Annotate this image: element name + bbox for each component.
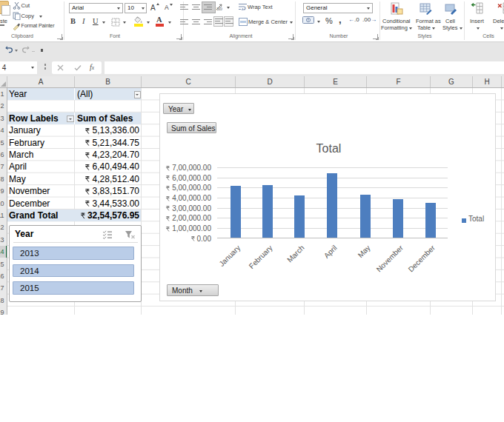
- svg-text:ab: ab: [216, 6, 222, 11]
